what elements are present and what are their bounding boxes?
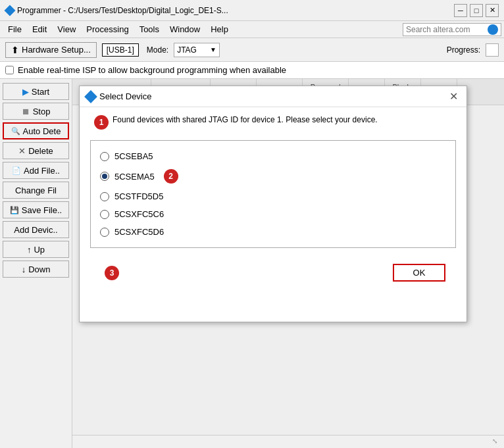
dialog-title-text: Select Device (99, 91, 151, 101)
device-label-5csema5: 5CSEMA5 (114, 172, 155, 182)
ok-button[interactable]: OK (393, 264, 445, 282)
menu-file[interactable]: File (3, 23, 27, 36)
hardware-setup-button[interactable]: ⬆ Hardware Setup... (5, 42, 97, 58)
down-button[interactable]: ↓ Down (3, 261, 69, 278)
device-option-5cseba5[interactable]: 5CSEBA5 (97, 147, 449, 165)
add-file-label: Add File.. (24, 166, 60, 176)
menu-processing[interactable]: Processing (81, 23, 134, 36)
radio-5cseba5 (100, 152, 109, 161)
step-badge-3: 3 (105, 266, 119, 280)
step-badge-2: 2 (164, 169, 178, 184)
start-label: Start (32, 87, 49, 97)
save-file-button[interactable]: 💾 Save File.. (3, 201, 69, 218)
resize-handle: ⤡ (492, 437, 501, 447)
status-bar: ⤡ (72, 435, 504, 448)
window-title: Programmer - C:/Users/Test/Desktop/Digit… (17, 6, 454, 15)
up-icon: ↑ (27, 245, 32, 255)
progress-bar (486, 43, 499, 57)
delete-icon: ✕ (18, 146, 26, 156)
dialog-footer: 3 OK (90, 259, 456, 292)
radio-5csxfc5d6 (100, 228, 109, 237)
menu-view[interactable]: View (52, 23, 81, 36)
dialog-body: 1 Found devices with shared JTAG ID for … (80, 107, 466, 300)
add-device-label: Add Devic.. (14, 225, 57, 235)
auto-detect-button[interactable]: 🔍 Auto Dete (3, 122, 69, 139)
stop-icon: ⏹ (22, 107, 30, 116)
add-device-button[interactable]: Add Devic.. (3, 221, 69, 238)
up-label: Up (34, 245, 45, 255)
dialog-title-bar: Select Device ✕ (80, 86, 466, 107)
title-bar: Programmer - C:/Users/Test/Desktop/Digit… (0, 0, 504, 21)
mode-dropdown[interactable]: JTAG ▼ (174, 43, 220, 57)
hw-setup-label: Hardware Setup... (22, 45, 91, 55)
left-panel: ▶ Start ⏹ Stop 🔍 Auto Dete ✕ Delete 📄 Ad… (0, 79, 72, 448)
auto-detect-icon: 🔍 (11, 127, 20, 136)
device-option-5csxfc5d6[interactable]: 5CSXFC5D6 (97, 223, 449, 241)
toolbar: ⬆ Hardware Setup... [USB-1] Mode: JTAG ▼… (0, 38, 504, 62)
dropdown-arrow: ▼ (210, 46, 216, 53)
device-label-5csxfc5c6: 5CSXFC5C6 (114, 209, 164, 219)
save-file-label: Save File.. (22, 205, 62, 215)
device-label-5csxfc5d6: 5CSXFC5D6 (114, 227, 164, 237)
add-file-button[interactable]: 📄 Add File.. (3, 162, 69, 179)
device-option-5csema5[interactable]: 5CSEMA5 2 (97, 165, 449, 187)
isp-label: Enable real-time ISP to allow background… (18, 65, 286, 75)
device-label-5cseba5: 5CSEBA5 (114, 151, 153, 161)
search-box[interactable] (403, 23, 501, 36)
menu-edit[interactable]: Edit (27, 23, 52, 36)
dialog-title: Select Device (86, 91, 151, 101)
save-file-icon: 💾 (10, 206, 19, 214)
delete-label: Delete (28, 146, 53, 156)
radio-5csema5 (100, 172, 109, 181)
auto-detect-label: Auto Dete (23, 126, 61, 136)
add-file-icon: 📄 (12, 166, 21, 175)
globe-icon (488, 24, 498, 35)
device-list-box: 5CSEBA5 5CSEMA5 2 (90, 140, 456, 248)
app-logo (5, 5, 17, 16)
menu-help[interactable]: Help (205, 23, 234, 36)
delete-button[interactable]: ✕ Delete (3, 142, 69, 159)
menu-tools[interactable]: Tools (134, 23, 164, 36)
hw-icon: ⬆ (11, 45, 19, 55)
maximize-button[interactable]: □ (470, 4, 483, 17)
mode-value: JTAG (177, 45, 197, 55)
start-icon: ▶ (22, 87, 29, 97)
device-option-5cstfd5d5[interactable]: 5CSTFD5D5 (97, 187, 449, 205)
search-input[interactable] (406, 25, 485, 34)
start-button[interactable]: ▶ Start (3, 83, 69, 100)
window-controls: ─ □ ✕ (454, 4, 499, 17)
radio-inner-5csema5 (102, 174, 107, 179)
change-file-label: Change Fil (15, 186, 57, 195)
close-button[interactable]: ✕ (486, 4, 499, 17)
dialog-message: Found devices with shared JTAG ID for de… (113, 115, 378, 124)
progress-label: Progress: (447, 45, 480, 55)
menu-window[interactable]: Window (164, 23, 205, 36)
stop-label: Stop (33, 107, 51, 116)
menu-bar: File Edit View Processing Tools Window H… (0, 21, 504, 38)
device-label-5cstfd5d5: 5CSTFD5D5 (114, 191, 163, 201)
step-badge-1: 1 (94, 115, 109, 130)
radio-5cstfd5d5 (100, 192, 109, 201)
change-file-button[interactable]: Change Fil (3, 182, 69, 199)
usb-label: [USB-1] (102, 43, 139, 57)
down-label: Down (28, 264, 50, 274)
isp-checkbox[interactable] (5, 66, 14, 74)
minimize-button[interactable]: ─ (454, 4, 467, 17)
main-area: ▶ Start ⏹ Stop 🔍 Auto Dete ✕ Delete 📄 Ad… (0, 79, 504, 448)
content-area: File Device Checksum Usercode Program/Co… (72, 79, 504, 448)
stop-button[interactable]: ⏹ Stop (3, 103, 69, 120)
device-option-5csxfc5c6[interactable]: 5CSXFC5C6 (97, 205, 449, 223)
dialog-overlay: Select Device ✕ 1 Found devices with sha… (72, 79, 504, 448)
mode-label: Mode: (147, 45, 168, 55)
isp-row: Enable real-time ISP to allow background… (0, 62, 504, 79)
dialog-close-button[interactable]: ✕ (447, 90, 460, 103)
select-device-dialog: Select Device ✕ 1 Found devices with sha… (79, 86, 467, 322)
down-icon: ↓ (22, 264, 26, 274)
radio-5csxfc5c6 (100, 210, 109, 219)
up-button[interactable]: ↑ Up (3, 241, 69, 258)
